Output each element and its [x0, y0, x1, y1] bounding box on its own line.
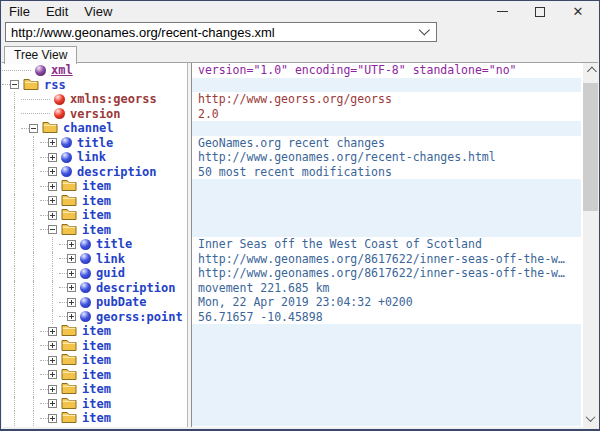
- close-button[interactable]: ✕: [559, 1, 597, 22]
- tree-node-row[interactable]: georss:point: [2, 310, 187, 325]
- tree-node-row[interactable]: link: [2, 150, 187, 165]
- expander-plus-icon[interactable]: [48, 327, 57, 336]
- tree-node-row[interactable]: item: [2, 411, 187, 426]
- tree-connector-line: [59, 287, 67, 288]
- value-row: http://www.geonames.org/8617622/inner-se…: [192, 252, 581, 267]
- tree-node-row[interactable]: pubDate: [2, 295, 187, 310]
- tree-guide-line: [2, 165, 21, 180]
- tree-node-row[interactable]: title: [2, 136, 187, 151]
- tree-guide-line: [2, 295, 21, 310]
- menu-item-edit[interactable]: Edit: [38, 1, 76, 22]
- element-icon: [80, 297, 91, 308]
- vertical-scrollbar[interactable]: [583, 63, 598, 427]
- expander-plus-icon[interactable]: [48, 167, 57, 176]
- tree-node-row[interactable]: item: [2, 382, 187, 397]
- combobox-dropdown-button[interactable]: [414, 23, 436, 41]
- tree-guide-line: [21, 252, 40, 267]
- scrollbar-thumb[interactable]: [583, 83, 598, 211]
- tree-node-row[interactable]: description: [2, 281, 187, 296]
- chevron-down-icon: [586, 412, 596, 422]
- tree-guide-line: [2, 353, 21, 368]
- expander-plus-icon[interactable]: [48, 153, 57, 162]
- tree-guide-line: [2, 324, 21, 339]
- expander-plus-icon[interactable]: [67, 269, 76, 278]
- element-icon: [61, 137, 72, 148]
- tree-node-row[interactable]: item: [2, 208, 187, 223]
- url-input[interactable]: [6, 25, 414, 40]
- tree-connector-line: [21, 128, 29, 129]
- expander-plus-icon[interactable]: [67, 283, 76, 292]
- tree-guide-line: [21, 194, 40, 209]
- expander-plus-icon[interactable]: [48, 182, 57, 191]
- tree-guide-line: [40, 237, 59, 252]
- tree-guide-line: [2, 411, 21, 426]
- maximize-button[interactable]: [521, 1, 559, 22]
- tree-node-row[interactable]: channel: [2, 121, 187, 136]
- expander-plus-icon[interactable]: [48, 356, 57, 365]
- tree-guide-line: [2, 266, 21, 281]
- menu-item-view[interactable]: View: [76, 1, 120, 22]
- expander-minus-icon[interactable]: [10, 80, 19, 89]
- tree-node-row[interactable]: xml: [2, 63, 187, 78]
- tree-guide-line: [21, 237, 40, 252]
- tree-node-label: link: [96, 252, 125, 266]
- tree-connector-line: [40, 142, 48, 143]
- tree-connector-line: [40, 389, 48, 390]
- expander-plus-icon[interactable]: [67, 240, 76, 249]
- tree-node-row[interactable]: item: [2, 194, 187, 209]
- tree-node-row[interactable]: item: [2, 339, 187, 354]
- tree-connector-line: [40, 157, 48, 158]
- tab-tree-view[interactable]: Tree View: [4, 46, 77, 64]
- value-row-empty: [192, 223, 581, 238]
- expander-plus-icon[interactable]: [48, 370, 57, 379]
- tree-node-row[interactable]: item: [2, 179, 187, 194]
- expander-plus-icon[interactable]: [48, 211, 57, 220]
- tree-connector-line: [40, 418, 48, 419]
- tree-node-row[interactable]: item: [2, 353, 187, 368]
- tree-connector-line: [59, 273, 67, 274]
- tree-node-row[interactable]: item: [2, 368, 187, 383]
- tree-node-label: channel: [63, 121, 114, 135]
- tree-node-label: version: [70, 107, 121, 121]
- app-window: FileEditView ✕ Tree View xmlrssxmlns:geo…: [0, 0, 600, 431]
- expander-plus-icon[interactable]: [48, 341, 57, 350]
- address-bar-row: [1, 22, 599, 43]
- expander-plus-icon[interactable]: [67, 254, 76, 263]
- tree-node-row[interactable]: item: [2, 324, 187, 339]
- expander-plus-icon[interactable]: [48, 399, 57, 408]
- minimize-button[interactable]: [483, 1, 521, 22]
- tree-guide-line: [21, 368, 40, 383]
- expander-plus-icon[interactable]: [48, 196, 57, 205]
- tree-node-row[interactable]: rss: [2, 78, 187, 93]
- tree-node-row[interactable]: description: [2, 165, 187, 180]
- tree-node-row[interactable]: title: [2, 237, 187, 252]
- tree-guide-line: [2, 92, 21, 107]
- expander-minus-icon[interactable]: [29, 124, 38, 133]
- tree-node-row[interactable]: link: [2, 252, 187, 267]
- menu-item-file[interactable]: File: [1, 1, 38, 22]
- url-combobox[interactable]: [5, 22, 437, 42]
- tree-node-label: item: [82, 324, 111, 338]
- tree-node-label: item: [82, 339, 111, 353]
- expander-minus-icon[interactable]: [48, 225, 57, 234]
- tree-node-row[interactable]: item: [2, 397, 187, 412]
- tree-guide-line: [21, 411, 40, 426]
- expander-plus-icon[interactable]: [67, 298, 76, 307]
- tree-node-row[interactable]: xmlns:georss: [2, 92, 187, 107]
- scroll-down-button[interactable]: [583, 410, 598, 427]
- tree-node-row[interactable]: item: [2, 223, 187, 238]
- chevron-up-icon: [587, 67, 597, 77]
- tree-node-label: item: [82, 411, 111, 425]
- expander-plus-icon[interactable]: [48, 385, 57, 394]
- scroll-up-button[interactable]: [583, 63, 598, 80]
- tree-connector-line: [21, 99, 50, 100]
- tree-node-row[interactable]: version: [2, 107, 187, 122]
- tree-node-row[interactable]: guid: [2, 266, 187, 281]
- expander-plus-icon[interactable]: [48, 138, 57, 147]
- folder-icon: [61, 222, 77, 238]
- window-controls: ✕: [483, 1, 599, 22]
- tree-node-label: title: [77, 136, 113, 150]
- folder-icon: [61, 410, 77, 426]
- expander-plus-icon[interactable]: [48, 414, 57, 423]
- expander-plus-icon[interactable]: [67, 312, 76, 321]
